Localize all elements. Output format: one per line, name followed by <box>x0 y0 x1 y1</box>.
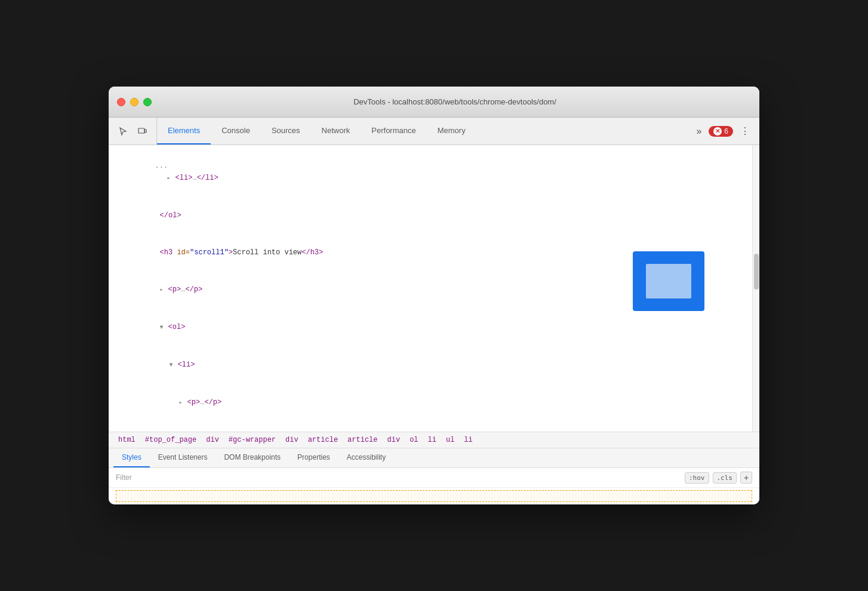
breadcrumb-li2[interactable]: li <box>461 435 475 445</box>
close-button[interactable] <box>117 98 125 106</box>
dom-panel[interactable]: ... ▸<li>…</li> </ol> <h3 id="scroll1">S… <box>109 145 752 432</box>
tab-console[interactable]: Console <box>211 118 261 144</box>
element-preview-box <box>633 251 704 311</box>
toolbar-icons <box>109 118 157 144</box>
dom-line[interactable]: ▼<li> <box>109 346 752 384</box>
dom-line[interactable]: ▸<p>…</p> <box>109 384 752 421</box>
hov-button[interactable]: :hov <box>685 472 709 484</box>
breadcrumb-ol[interactable]: ol <box>407 435 420 445</box>
breadcrumb-bar: html #top_of_page div #gc-wrapper div ar… <box>109 432 759 448</box>
main-content: ... ▸<li>…</li> </ol> <h3 id="scroll1">S… <box>109 145 759 432</box>
svg-rect-0 <box>138 128 144 133</box>
dom-line[interactable]: ... ▸<li>…</li> <box>109 147 752 197</box>
breadcrumb-article2[interactable]: article <box>345 435 380 445</box>
minimize-button[interactable] <box>130 98 138 106</box>
breadcrumb-div2[interactable]: div <box>283 435 301 445</box>
breadcrumb-top-of-page[interactable]: #top_of_page <box>143 435 199 445</box>
dom-line[interactable]: </ol> <box>109 197 752 234</box>
cursor-tool-button[interactable] <box>115 123 131 140</box>
traffic-lights <box>117 98 152 106</box>
breadcrumb-li1[interactable]: li <box>426 435 439 445</box>
tab-styles[interactable]: Styles <box>113 448 150 467</box>
main-tabs: Elements Console Sources Network Perform… <box>157 118 687 144</box>
tab-elements[interactable]: Elements <box>157 118 211 144</box>
title-bar: DevTools - localhost:8080/web/tools/chro… <box>109 87 759 118</box>
dashed-preview <box>116 490 752 502</box>
tab-accessibility[interactable]: Accessibility <box>338 448 394 467</box>
dom-scrollbar[interactable] <box>752 145 759 432</box>
dom-line[interactable]: ▼<ul> <box>109 421 752 432</box>
filter-input[interactable] <box>116 473 680 482</box>
breadcrumb-html[interactable]: html <box>116 435 138 445</box>
tab-network[interactable]: Network <box>311 118 361 144</box>
tab-memory[interactable]: Memory <box>427 118 476 144</box>
breadcrumb-gc-wrapper[interactable]: #gc-wrapper <box>226 435 278 445</box>
devtools-toolbar: Elements Console Sources Network Perform… <box>109 118 759 145</box>
filter-actions: :hov .cls + <box>685 472 752 484</box>
svg-rect-1 <box>144 130 146 133</box>
toolbar-right: » ✕ 6 ⋮ <box>687 118 759 144</box>
error-count: 6 <box>724 127 728 136</box>
dom-line[interactable]: ▼<ol> <box>109 309 752 346</box>
breadcrumb-article1[interactable]: article <box>306 435 340 445</box>
error-icon: ✕ <box>713 127 722 136</box>
breadcrumb-div3[interactable]: div <box>385 435 403 445</box>
tab-performance[interactable]: Performance <box>361 118 426 144</box>
tab-event-listeners[interactable]: Event Listeners <box>150 448 216 467</box>
error-badge[interactable]: ✕ 6 <box>709 126 733 137</box>
add-style-button[interactable]: + <box>740 472 752 484</box>
tab-dom-breakpoints[interactable]: DOM Breakpoints <box>216 448 289 467</box>
breadcrumb-div1[interactable]: div <box>204 435 221 445</box>
more-tabs-button[interactable]: » <box>692 124 705 139</box>
breadcrumb-ul[interactable]: ul <box>444 435 457 445</box>
tab-sources[interactable]: Sources <box>261 118 311 144</box>
tab-properties[interactable]: Properties <box>289 448 338 467</box>
window-title: DevTools - localhost:8080/web/tools/chro… <box>159 97 751 106</box>
bottom-section: Styles Event Listeners DOM Breakpoints P… <box>109 448 759 504</box>
devtools-window: DevTools - localhost:8080/web/tools/chro… <box>109 87 759 504</box>
cls-button[interactable]: .cls <box>713 472 737 484</box>
filter-bar: :hov .cls + <box>109 468 759 488</box>
preview-inner <box>646 264 691 298</box>
maximize-button[interactable] <box>143 98 152 106</box>
scrollbar-thumb[interactable] <box>754 254 759 290</box>
more-options-button[interactable]: ⋮ <box>737 123 753 139</box>
bottom-tabs: Styles Event Listeners DOM Breakpoints P… <box>109 448 759 468</box>
device-toggle-button[interactable] <box>134 123 150 140</box>
